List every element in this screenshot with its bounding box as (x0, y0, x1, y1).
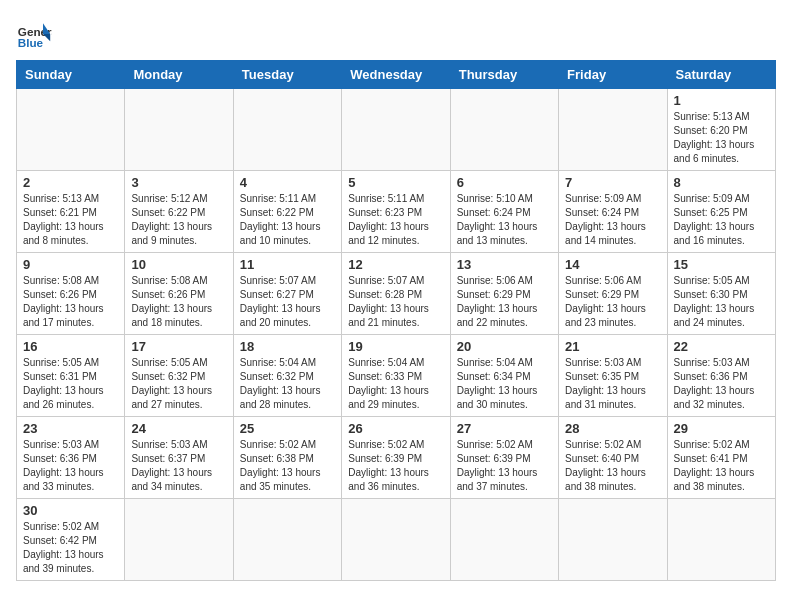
calendar-cell (342, 499, 450, 581)
calendar-cell (450, 89, 558, 171)
calendar-cell: 25Sunrise: 5:02 AM Sunset: 6:38 PM Dayli… (233, 417, 341, 499)
day-number: 16 (23, 339, 118, 354)
calendar-cell (125, 499, 233, 581)
calendar-cell: 7Sunrise: 5:09 AM Sunset: 6:24 PM Daylig… (559, 171, 667, 253)
calendar-cell: 18Sunrise: 5:04 AM Sunset: 6:32 PM Dayli… (233, 335, 341, 417)
day-number: 7 (565, 175, 660, 190)
calendar-cell (17, 89, 125, 171)
day-number: 30 (23, 503, 118, 518)
calendar-cell: 9Sunrise: 5:08 AM Sunset: 6:26 PM Daylig… (17, 253, 125, 335)
day-info: Sunrise: 5:05 AM Sunset: 6:30 PM Dayligh… (674, 274, 769, 330)
day-number: 18 (240, 339, 335, 354)
day-number: 12 (348, 257, 443, 272)
calendar-cell (450, 499, 558, 581)
calendar-row: 30Sunrise: 5:02 AM Sunset: 6:42 PM Dayli… (17, 499, 776, 581)
calendar-cell: 20Sunrise: 5:04 AM Sunset: 6:34 PM Dayli… (450, 335, 558, 417)
calendar-cell: 19Sunrise: 5:04 AM Sunset: 6:33 PM Dayli… (342, 335, 450, 417)
weekday-header-wednesday: Wednesday (342, 61, 450, 89)
day-number: 15 (674, 257, 769, 272)
calendar-cell (667, 499, 775, 581)
day-info: Sunrise: 5:02 AM Sunset: 6:40 PM Dayligh… (565, 438, 660, 494)
weekday-header-thursday: Thursday (450, 61, 558, 89)
day-info: Sunrise: 5:04 AM Sunset: 6:33 PM Dayligh… (348, 356, 443, 412)
day-info: Sunrise: 5:02 AM Sunset: 6:42 PM Dayligh… (23, 520, 118, 576)
calendar-cell: 11Sunrise: 5:07 AM Sunset: 6:27 PM Dayli… (233, 253, 341, 335)
day-number: 25 (240, 421, 335, 436)
calendar-cell: 23Sunrise: 5:03 AM Sunset: 6:36 PM Dayli… (17, 417, 125, 499)
calendar-cell (233, 89, 341, 171)
day-info: Sunrise: 5:03 AM Sunset: 6:35 PM Dayligh… (565, 356, 660, 412)
calendar-row: 16Sunrise: 5:05 AM Sunset: 6:31 PM Dayli… (17, 335, 776, 417)
calendar: SundayMondayTuesdayWednesdayThursdayFrid… (16, 60, 776, 581)
day-info: Sunrise: 5:13 AM Sunset: 6:20 PM Dayligh… (674, 110, 769, 166)
day-number: 3 (131, 175, 226, 190)
logo: General Blue (16, 16, 52, 52)
calendar-cell (233, 499, 341, 581)
svg-text:Blue: Blue (18, 36, 44, 49)
day-number: 11 (240, 257, 335, 272)
calendar-cell (559, 499, 667, 581)
day-info: Sunrise: 5:07 AM Sunset: 6:28 PM Dayligh… (348, 274, 443, 330)
calendar-cell (342, 89, 450, 171)
day-info: Sunrise: 5:02 AM Sunset: 6:38 PM Dayligh… (240, 438, 335, 494)
day-number: 27 (457, 421, 552, 436)
day-info: Sunrise: 5:04 AM Sunset: 6:34 PM Dayligh… (457, 356, 552, 412)
day-info: Sunrise: 5:02 AM Sunset: 6:39 PM Dayligh… (457, 438, 552, 494)
day-info: Sunrise: 5:09 AM Sunset: 6:24 PM Dayligh… (565, 192, 660, 248)
day-info: Sunrise: 5:03 AM Sunset: 6:36 PM Dayligh… (23, 438, 118, 494)
calendar-row: 2Sunrise: 5:13 AM Sunset: 6:21 PM Daylig… (17, 171, 776, 253)
day-number: 19 (348, 339, 443, 354)
day-info: Sunrise: 5:06 AM Sunset: 6:29 PM Dayligh… (457, 274, 552, 330)
day-number: 9 (23, 257, 118, 272)
calendar-cell: 3Sunrise: 5:12 AM Sunset: 6:22 PM Daylig… (125, 171, 233, 253)
calendar-row: 23Sunrise: 5:03 AM Sunset: 6:36 PM Dayli… (17, 417, 776, 499)
day-info: Sunrise: 5:05 AM Sunset: 6:32 PM Dayligh… (131, 356, 226, 412)
day-info: Sunrise: 5:05 AM Sunset: 6:31 PM Dayligh… (23, 356, 118, 412)
day-info: Sunrise: 5:11 AM Sunset: 6:22 PM Dayligh… (240, 192, 335, 248)
calendar-cell (125, 89, 233, 171)
calendar-cell: 5Sunrise: 5:11 AM Sunset: 6:23 PM Daylig… (342, 171, 450, 253)
calendar-cell (559, 89, 667, 171)
calendar-cell: 29Sunrise: 5:02 AM Sunset: 6:41 PM Dayli… (667, 417, 775, 499)
day-number: 26 (348, 421, 443, 436)
weekday-header-tuesday: Tuesday (233, 61, 341, 89)
calendar-cell: 22Sunrise: 5:03 AM Sunset: 6:36 PM Dayli… (667, 335, 775, 417)
calendar-cell: 28Sunrise: 5:02 AM Sunset: 6:40 PM Dayli… (559, 417, 667, 499)
day-number: 6 (457, 175, 552, 190)
day-info: Sunrise: 5:10 AM Sunset: 6:24 PM Dayligh… (457, 192, 552, 248)
calendar-row: 9Sunrise: 5:08 AM Sunset: 6:26 PM Daylig… (17, 253, 776, 335)
calendar-cell: 1Sunrise: 5:13 AM Sunset: 6:20 PM Daylig… (667, 89, 775, 171)
weekday-header-sunday: Sunday (17, 61, 125, 89)
day-number: 21 (565, 339, 660, 354)
day-info: Sunrise: 5:04 AM Sunset: 6:32 PM Dayligh… (240, 356, 335, 412)
day-info: Sunrise: 5:11 AM Sunset: 6:23 PM Dayligh… (348, 192, 443, 248)
calendar-cell: 6Sunrise: 5:10 AM Sunset: 6:24 PM Daylig… (450, 171, 558, 253)
day-number: 1 (674, 93, 769, 108)
day-number: 17 (131, 339, 226, 354)
calendar-cell: 10Sunrise: 5:08 AM Sunset: 6:26 PM Dayli… (125, 253, 233, 335)
calendar-cell: 12Sunrise: 5:07 AM Sunset: 6:28 PM Dayli… (342, 253, 450, 335)
day-info: Sunrise: 5:02 AM Sunset: 6:41 PM Dayligh… (674, 438, 769, 494)
weekday-header-row: SundayMondayTuesdayWednesdayThursdayFrid… (17, 61, 776, 89)
day-number: 20 (457, 339, 552, 354)
calendar-cell: 13Sunrise: 5:06 AM Sunset: 6:29 PM Dayli… (450, 253, 558, 335)
calendar-cell: 27Sunrise: 5:02 AM Sunset: 6:39 PM Dayli… (450, 417, 558, 499)
day-info: Sunrise: 5:02 AM Sunset: 6:39 PM Dayligh… (348, 438, 443, 494)
calendar-cell: 16Sunrise: 5:05 AM Sunset: 6:31 PM Dayli… (17, 335, 125, 417)
day-number: 13 (457, 257, 552, 272)
day-info: Sunrise: 5:08 AM Sunset: 6:26 PM Dayligh… (131, 274, 226, 330)
day-number: 5 (348, 175, 443, 190)
day-info: Sunrise: 5:09 AM Sunset: 6:25 PM Dayligh… (674, 192, 769, 248)
day-number: 29 (674, 421, 769, 436)
day-number: 23 (23, 421, 118, 436)
day-info: Sunrise: 5:07 AM Sunset: 6:27 PM Dayligh… (240, 274, 335, 330)
day-number: 24 (131, 421, 226, 436)
day-number: 2 (23, 175, 118, 190)
day-info: Sunrise: 5:03 AM Sunset: 6:36 PM Dayligh… (674, 356, 769, 412)
calendar-cell: 14Sunrise: 5:06 AM Sunset: 6:29 PM Dayli… (559, 253, 667, 335)
day-info: Sunrise: 5:06 AM Sunset: 6:29 PM Dayligh… (565, 274, 660, 330)
calendar-cell: 17Sunrise: 5:05 AM Sunset: 6:32 PM Dayli… (125, 335, 233, 417)
day-number: 10 (131, 257, 226, 272)
calendar-cell: 21Sunrise: 5:03 AM Sunset: 6:35 PM Dayli… (559, 335, 667, 417)
day-info: Sunrise: 5:12 AM Sunset: 6:22 PM Dayligh… (131, 192, 226, 248)
